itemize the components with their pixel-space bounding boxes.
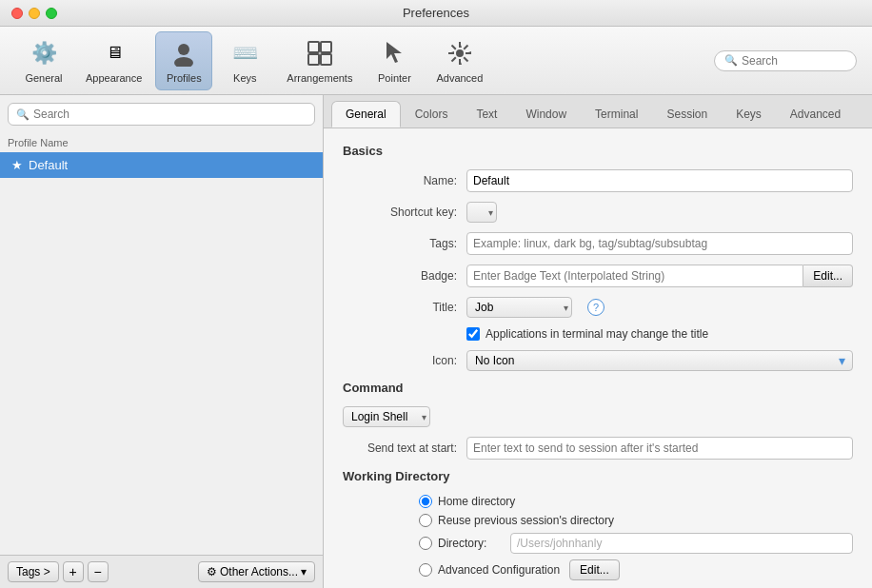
send-text-row: Send text at start: — [343, 437, 853, 460]
sidebar-search-container: 🔍 — [8, 103, 315, 126]
advanced-config-edit-button[interactable]: Edit... — [569, 559, 620, 580]
svg-point-6 — [456, 49, 464, 57]
name-label: Name: — [343, 174, 466, 187]
tab-advanced[interactable]: Advanced — [776, 101, 855, 127]
title-change-checkbox[interactable] — [466, 327, 480, 341]
content-area: Basics Name: Shortcut key: ▾ — [324, 128, 872, 588]
right-panel: General Colors Text Window Terminal Sess… — [324, 95, 872, 588]
tab-colors[interactable]: Colors — [401, 101, 463, 127]
toolbar-label-general: General — [25, 72, 62, 84]
svg-line-13 — [464, 45, 467, 49]
profiles-icon — [168, 38, 199, 69]
radio-reuse: Reuse previous session's directory — [343, 514, 853, 527]
title-bar: Preferences — [0, 0, 872, 27]
sidebar-search-icon: 🔍 — [16, 108, 30, 121]
toolbar-label-advanced: Advanced — [436, 72, 483, 84]
badge-label: Badge: — [343, 269, 466, 283]
tags-label: Tags > — [16, 565, 50, 578]
toolbar-item-keys[interactable]: ⌨️ Keys — [216, 32, 273, 89]
title-select-wrapper: Job Name Name and Job Custom ▾ — [466, 297, 572, 318]
toolbar-search-icon: 🔍 — [724, 54, 738, 67]
general-icon: ⚙️ — [29, 38, 59, 69]
tags-form-label: Tags: — [343, 237, 466, 250]
title-checkbox-container: Applications in terminal may change the … — [466, 327, 853, 341]
title-label: Title: — [343, 301, 466, 314]
window-title: Preferences — [403, 6, 469, 20]
tags-button[interactable]: Tags > — [8, 561, 59, 582]
tab-text[interactable]: Text — [462, 101, 511, 127]
tab-general[interactable]: General — [331, 101, 401, 127]
toolbar-item-advanced[interactable]: Advanced — [426, 32, 492, 89]
other-actions-button[interactable]: ⚙ Other Actions... ▾ — [198, 561, 315, 582]
tab-window[interactable]: Window — [511, 101, 581, 127]
working-directory-section-title: Working Directory — [343, 469, 853, 483]
svg-rect-4 — [308, 54, 319, 65]
sidebar: 🔍 Profile Name ★ Default Tags > + − ⚙ Ot… — [0, 95, 324, 588]
other-actions-arrow-icon: ▾ — [301, 565, 307, 578]
toolbar-label-arrangements: Arrangements — [287, 72, 352, 84]
tab-terminal[interactable]: Terminal — [581, 101, 652, 127]
title-checkbox-text: Applications in terminal may change the … — [486, 327, 708, 341]
toolbar: ⚙️ General 🖥 Appearance Profiles ⌨️ Keys — [0, 27, 872, 95]
name-row: Name: — [343, 169, 853, 192]
icon-label: Icon: — [343, 354, 466, 367]
toolbar-search-container: 🔍 — [714, 50, 857, 71]
shortcut-select[interactable] — [466, 202, 497, 223]
svg-line-14 — [451, 57, 455, 61]
toolbar-label-profiles: Profiles — [167, 72, 202, 84]
svg-line-12 — [464, 57, 467, 61]
add-icon: + — [69, 564, 77, 579]
close-button[interactable] — [11, 8, 23, 19]
title-select[interactable]: Job Name Name and Job Custom — [466, 297, 572, 318]
svg-point-0 — [178, 44, 189, 55]
badge-edit-button[interactable]: Edit... — [803, 265, 853, 287]
title-checkbox-row: Applications in terminal may change the … — [343, 327, 853, 341]
radio-reuse-label: Reuse previous session's directory — [438, 514, 614, 527]
shortcut-label: Shortcut key: — [343, 206, 466, 219]
send-text-input[interactable] — [466, 437, 853, 460]
toolbar-item-appearance[interactable]: 🖥 Appearance — [76, 32, 151, 89]
toolbar-item-arrangements[interactable]: Arrangements — [277, 32, 362, 89]
shortcut-row: Shortcut key: ▾ — [343, 202, 853, 223]
sidebar-item-default[interactable]: ★ Default — [0, 152, 323, 178]
main-content: 🔍 Profile Name ★ Default Tags > + − ⚙ Ot… — [0, 95, 872, 588]
toolbar-item-general[interactable]: ⚙️ General — [15, 32, 72, 89]
directory-input[interactable] — [510, 533, 853, 554]
badge-input[interactable] — [466, 265, 803, 287]
tab-session[interactable]: Session — [652, 101, 722, 127]
radio-home-input[interactable] — [419, 495, 432, 508]
badge-row: Badge: Edit... — [343, 265, 853, 287]
sidebar-search-input[interactable] — [33, 108, 307, 121]
toolbar-item-profiles[interactable]: Profiles — [155, 31, 212, 90]
maximize-button[interactable] — [46, 8, 57, 19]
tags-row: Tags: — [343, 232, 853, 255]
directory-row: Directory: — [343, 533, 853, 554]
title-checkbox-control: Applications in terminal may change the … — [466, 327, 853, 341]
badge-control: Edit... — [466, 265, 853, 287]
radio-directory-input[interactable] — [419, 537, 432, 550]
tab-keys[interactable]: Keys — [722, 101, 776, 127]
tags-input[interactable] — [466, 232, 853, 255]
icon-control: No Icon Automatic Custom ▾ — [466, 350, 853, 371]
radio-advanced-config-input[interactable] — [419, 563, 432, 577]
appearance-icon: 🖥 — [99, 38, 129, 69]
svg-rect-5 — [321, 54, 331, 65]
name-input[interactable] — [466, 169, 853, 192]
command-select-wrapper: Login Shell Command SSH ▾ — [343, 406, 430, 427]
icon-select[interactable]: No Icon Automatic Custom — [466, 350, 853, 371]
name-control — [466, 169, 853, 192]
svg-point-1 — [174, 57, 193, 67]
title-help-button[interactable]: ? — [587, 299, 604, 316]
radio-home: Home directory — [343, 495, 853, 508]
minimize-button[interactable] — [29, 8, 40, 19]
radio-advanced-config: Advanced Configuration Edit... — [343, 559, 853, 580]
radio-reuse-input[interactable] — [419, 514, 432, 527]
svg-line-11 — [451, 45, 455, 49]
command-select[interactable]: Login Shell Command SSH — [343, 406, 430, 427]
sidebar-profile-header: Profile Name — [0, 133, 323, 152]
shortcut-select-wrapper: ▾ — [466, 202, 497, 223]
toolbar-item-pointer[interactable]: Pointer — [366, 32, 423, 89]
remove-profile-button[interactable]: − — [88, 561, 109, 582]
toolbar-search-input[interactable] — [742, 54, 846, 68]
add-profile-button[interactable]: + — [63, 561, 84, 582]
